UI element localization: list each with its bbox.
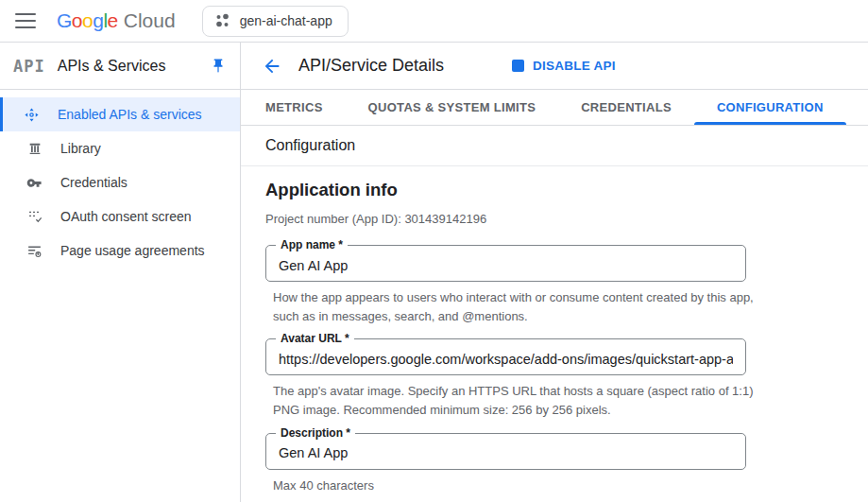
app-name-helper: How the app appears to users who interac… bbox=[273, 288, 764, 326]
sidebar-item-oauth-consent[interactable]: OAuth consent screen bbox=[0, 199, 240, 234]
description-label: Description * bbox=[276, 426, 355, 440]
tab-quotas[interactable]: QUOTAS & SYSTEM LIMITS bbox=[346, 90, 559, 125]
logo-letter: e bbox=[108, 9, 118, 31]
library-icon bbox=[26, 141, 43, 157]
disable-api-label: DISABLE API bbox=[533, 59, 616, 73]
project-number: Project number (App ID): 301439142196 bbox=[265, 212, 868, 226]
app-name-field: App name * bbox=[265, 245, 746, 282]
logo-letter: o bbox=[72, 9, 82, 31]
sidebar-item-label: Credentials bbox=[60, 175, 128, 190]
tab-bar: METRICS QUOTAS & SYSTEM LIMITS CREDENTIA… bbox=[241, 90, 868, 126]
tab-configuration[interactable]: CONFIGURATION bbox=[694, 90, 846, 125]
top-app-bar: Google Cloud gen-ai-chat-app bbox=[0, 0, 868, 43]
page-title: API/Service Details bbox=[298, 56, 444, 76]
project-name: gen-ai-chat-app bbox=[240, 13, 332, 28]
enabled-apis-icon bbox=[24, 107, 40, 123]
sidebar-item-credentials[interactable]: Credentials bbox=[0, 165, 240, 199]
key-icon bbox=[26, 175, 43, 191]
page-header: API/Service Details DISABLE API bbox=[241, 43, 868, 90]
configuration-content: Application info Project number (App ID)… bbox=[241, 166, 868, 502]
logo-letter: o bbox=[82, 9, 93, 31]
section-bar: Configuration bbox=[241, 126, 868, 166]
gcp-console-window: Google Cloud gen-ai-chat-app API APIs & … bbox=[0, 0, 868, 502]
sidebar-item-label: Enabled APIs & services bbox=[58, 107, 202, 122]
tab-credentials[interactable]: CREDENTIALS bbox=[558, 90, 694, 125]
sidebar-item-enabled-apis[interactable]: Enabled APIs & services bbox=[0, 97, 240, 131]
hamburger-menu-icon[interactable] bbox=[15, 13, 36, 28]
stop-icon bbox=[512, 60, 524, 72]
avatar-url-label: Avatar URL * bbox=[276, 332, 354, 345]
sidebar-item-library[interactable]: Library bbox=[0, 131, 240, 165]
oauth-consent-icon bbox=[26, 209, 43, 225]
project-selector[interactable]: gen-ai-chat-app bbox=[202, 6, 349, 37]
logo-letter: g bbox=[93, 9, 103, 31]
avatar-url-helper: The app's avatar image. Specify an HTTPS… bbox=[273, 382, 764, 420]
google-cloud-logo[interactable]: Google Cloud bbox=[57, 9, 176, 32]
list-gear-icon bbox=[26, 243, 43, 259]
apis-services-product-icon: API bbox=[13, 57, 45, 76]
project-icon bbox=[214, 13, 230, 29]
logo-cloud-text: Cloud bbox=[124, 9, 176, 32]
disable-api-button[interactable]: DISABLE API bbox=[512, 59, 616, 73]
sidebar-title: APIs & Services bbox=[58, 58, 210, 75]
app-name-label: App name * bbox=[276, 238, 348, 251]
sidebar-item-label: Library bbox=[60, 141, 101, 156]
sidebar-item-label: Page usage agreements bbox=[60, 243, 205, 258]
sidebar-header: API APIs & Services bbox=[0, 43, 240, 90]
sidebar: API APIs & Services Enabled APIs & servi… bbox=[0, 43, 241, 502]
description-helper: Max 40 characters bbox=[273, 476, 764, 495]
sidebar-item-label: OAuth consent screen bbox=[60, 209, 192, 224]
back-arrow-icon[interactable] bbox=[262, 55, 284, 78]
sidebar-item-page-usage[interactable]: Page usage agreements bbox=[0, 234, 240, 268]
application-info-heading: Application info bbox=[265, 180, 868, 200]
sidebar-nav: Enabled APIs & services Library bbox=[0, 90, 240, 268]
logo-letter: G bbox=[57, 9, 72, 31]
description-field: Description * bbox=[265, 433, 746, 470]
pin-icon[interactable] bbox=[210, 58, 227, 75]
section-bar-title: Configuration bbox=[265, 137, 355, 154]
main-panel: API/Service Details DISABLE API METRICS … bbox=[241, 43, 868, 502]
tab-metrics[interactable]: METRICS bbox=[243, 90, 346, 125]
avatar-url-field: Avatar URL * bbox=[265, 338, 746, 375]
